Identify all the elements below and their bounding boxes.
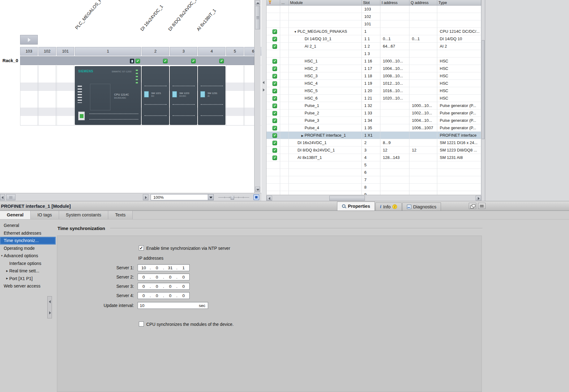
tab-texts[interactable]: Texts: [108, 211, 133, 219]
properties-nav-item[interactable]: ▶ Port [X1 P1]: [0, 275, 56, 283]
server-ip-input[interactable]: 0000: [138, 274, 190, 280]
qaddress-column-header[interactable]: Q address: [409, 0, 437, 5]
device-row[interactable]: ✓ ▼PLC_MEGALOS_PINAKAS 1 CPU 1214C DC/DC…: [267, 28, 481, 35]
cpu-sync-checkbox[interactable]: [139, 322, 144, 326]
table-hscroll-thumb[interactable]: [329, 196, 365, 201]
slot-column-header[interactable]: Slot: [362, 0, 380, 5]
sm-module-slot3[interactable]: SM 1223 DC/DC: [170, 66, 197, 125]
device-row[interactable]: 7: [267, 176, 481, 184]
device-row[interactable]: ✓ Pulse_3 1 34 1004...10... Pulse genera…: [267, 117, 481, 124]
device-row[interactable]: ✓ Pulse_4 1 35 1006...1007 Pulse generat…: [267, 124, 481, 132]
slot-header-cell[interactable]: 5: [226, 47, 244, 56]
device-row[interactable]: ✓ HSC_3 1 18 1008...10... HSC: [267, 72, 481, 80]
slot-header-cell[interactable]: 2: [142, 47, 169, 56]
device-row[interactable]: 101: [267, 20, 481, 28]
vscroll-up-button[interactable]: [255, 0, 260, 5]
rack-nav-button[interactable]: [20, 35, 38, 45]
vscroll-down-button[interactable]: [255, 187, 260, 192]
server-ip-input[interactable]: 100311: [138, 264, 190, 271]
row-iaddress-cell: [380, 176, 409, 183]
slot-header-cell[interactable]: 1: [75, 47, 141, 56]
module-column-header[interactable]: Module: [289, 0, 362, 5]
device-row[interactable]: 6: [267, 169, 481, 176]
iaddress-column-header[interactable]: I address: [380, 0, 409, 5]
collapse-panel-icon[interactable]: [478, 203, 486, 209]
tab-properties[interactable]: Properties: [337, 202, 375, 211]
device-row[interactable]: ✓ HSC_2 1 17 1004...10... HSC: [267, 65, 481, 72]
device-row[interactable]: ✓ DI 8/DQ 8x24VDC_1 3 12 12 SM 1223 DI8/…: [267, 147, 481, 154]
device-row[interactable]: ✓ Pulse_2 1 33 1002...10... Pulse genera…: [267, 109, 481, 117]
device-row[interactable]: ✓ HSC_1 1 16 1000...10... HSC: [267, 58, 481, 65]
comment-header-cell[interactable]: ...: [280, 0, 289, 5]
device-row[interactable]: ✓ DI 16x24VDC_1 2 8...9 SM 1221 DI16 x 2…: [267, 139, 481, 147]
hscroll-left-button[interactable]: [0, 194, 5, 200]
slot-header-cell[interactable]: 103: [20, 47, 38, 56]
empty-slot-cell-101[interactable]: [57, 65, 74, 126]
device-row[interactable]: 5: [267, 161, 481, 169]
device-row[interactable]: ✓ HSC_5 1 20 1016...10... HSC: [267, 87, 481, 95]
type-column-header[interactable]: Type: [437, 0, 481, 5]
slot-header-cell[interactable]: 102: [38, 47, 56, 56]
filter-header-cell[interactable]: [267, 0, 280, 5]
tab-general[interactable]: General: [0, 211, 31, 219]
update-interval-input[interactable]: 10 sec: [138, 302, 208, 309]
slot-header-cell[interactable]: 3: [170, 47, 197, 56]
properties-nav-item[interactable]: Operating mode: [0, 245, 56, 252]
device-row[interactable]: 103: [267, 6, 481, 13]
device-row[interactable]: ✓ HSC_6 1 21 1020...10... HSC: [267, 95, 481, 102]
properties-nav-item[interactable]: Interface options: [0, 260, 56, 267]
expand-right-icon[interactable]: [263, 88, 265, 92]
expander-icon[interactable]: ▼: [293, 28, 297, 35]
device-row[interactable]: ✓ AI 8x13BIT_1 4 128...143 SM 1231 AI8: [267, 154, 481, 161]
empty-slot-cell-103[interactable]: [20, 65, 38, 126]
expander-icon[interactable]: ▶: [6, 277, 9, 280]
properties-nav-item[interactable]: ▶ Real time sett...: [0, 267, 56, 275]
hscroll-thumb[interactable]: [6, 194, 15, 200]
fit-to-view-icon[interactable]: [254, 194, 259, 200]
device-row[interactable]: 8: [267, 184, 481, 191]
properties-nav-item[interactable]: ▼ Advanced options: [0, 252, 56, 260]
table-hscroll-right-button[interactable]: [476, 196, 481, 201]
tab-system-constants[interactable]: System constants: [59, 211, 108, 219]
float-panel-icon[interactable]: [469, 203, 476, 209]
device-row[interactable]: ✓ DI 14/DQ 10_1 1 1 0...1 0...1 DI 14/DQ…: [267, 35, 481, 43]
zoom-dropdown-icon[interactable]: [208, 194, 213, 200]
zoom-select[interactable]: 100%: [151, 194, 214, 200]
expander-icon[interactable]: ▼: [1, 254, 4, 257]
cpu-module[interactable]: SIEMENS SIMATIC S7-1200 CPU 1214C DC/DC/…: [75, 66, 141, 125]
empty-slot-cell-5[interactable]: [226, 65, 244, 126]
properties-nav-item[interactable]: Ethernet addresses: [0, 229, 56, 237]
device-row[interactable]: ✓ HSC_4 1 19 1012...10... HSC: [267, 80, 481, 87]
sm-module-slot2[interactable]: SM 1221 DC: [142, 66, 169, 125]
hscroll-right-button[interactable]: [143, 194, 148, 200]
device-row[interactable]: 9: [267, 191, 481, 195]
expander-icon[interactable]: ▶: [6, 270, 9, 272]
row-comment-cell: [280, 80, 289, 87]
device-row[interactable]: ✓ Pulse_1 1 32 1000...10... Pulse genera…: [267, 102, 481, 109]
expander-icon[interactable]: ▶: [300, 132, 305, 139]
slot-header-cell[interactable]: 4: [198, 47, 225, 56]
properties-nav-item[interactable]: Web server access: [0, 282, 56, 290]
empty-slot-cell-102[interactable]: [38, 65, 56, 126]
table-vscroll-thumb[interactable]: [482, 40, 485, 139]
tab-info[interactable]: i Info i: [375, 202, 402, 211]
properties-nav-item[interactable]: Time synchroniz...: [0, 237, 56, 245]
device-row[interactable]: ✓ AI 2_1 1 2 64...67 AI 2: [267, 43, 481, 50]
ntp-enable-checkbox[interactable]: [139, 245, 144, 250]
collapse-left-icon[interactable]: [263, 81, 264, 84]
row-module-cell: [289, 176, 362, 183]
slot-header-cell[interactable]: 101: [57, 47, 74, 56]
server-ip-input[interactable]: 0000: [138, 292, 190, 299]
device-row[interactable]: 1 3: [267, 50, 481, 58]
table-hscroll-left-button[interactable]: [267, 196, 272, 201]
pane-splitter[interactable]: [261, 0, 267, 201]
device-row[interactable]: 102: [267, 13, 481, 20]
properties-nav-item[interactable]: General: [0, 222, 56, 229]
server-ip-input[interactable]: 0000: [138, 283, 190, 290]
nav-splitter-handle[interactable]: [47, 296, 52, 318]
tab-diagnostics[interactable]: Diagnostics: [402, 202, 441, 211]
tab-io-tags[interactable]: IO tags: [31, 211, 59, 219]
sm-module-slot4[interactable]: SM 1231 AI: [198, 66, 225, 125]
device-row[interactable]: ✓ ▶PROFINET interface_1 1 X1 PROFINET in…: [267, 132, 481, 139]
vscroll-thumb[interactable]: [255, 6, 260, 29]
